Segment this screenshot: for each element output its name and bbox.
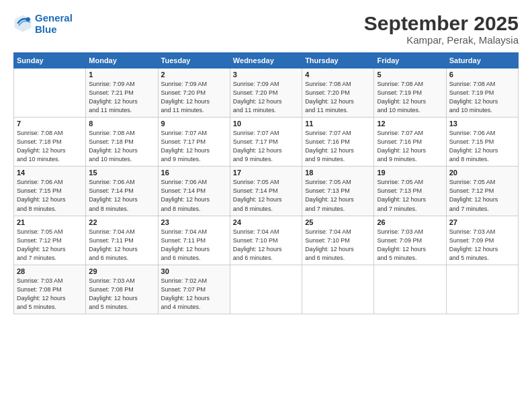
- day-number: 5: [377, 71, 443, 79]
- logo-line1: General: [35, 12, 73, 24]
- day-detail: Sunrise: 7:05 AM Sunset: 7:12 PM Dayligh…: [17, 228, 83, 263]
- day-number: 29: [89, 267, 154, 275]
- week-row-5: 28Sunrise: 7:03 AM Sunset: 7:08 PM Dayli…: [14, 265, 519, 314]
- day-detail: Sunrise: 7:09 AM Sunset: 7:20 PM Dayligh…: [161, 80, 227, 115]
- day-detail: Sunrise: 7:08 AM Sunset: 7:18 PM Dayligh…: [89, 129, 154, 164]
- calendar-cell: 15Sunrise: 7:06 AM Sunset: 7:14 PM Dayli…: [86, 167, 158, 216]
- day-number: 2: [161, 71, 227, 79]
- calendar-cell: 18Sunrise: 7:05 AM Sunset: 7:13 PM Dayli…: [302, 167, 374, 216]
- calendar-cell: 30Sunrise: 7:02 AM Sunset: 7:07 PM Dayli…: [158, 265, 230, 314]
- weekday-header-tuesday: Tuesday: [158, 53, 230, 68]
- day-detail: Sunrise: 7:09 AM Sunset: 7:21 PM Dayligh…: [89, 80, 154, 115]
- day-number: 8: [89, 120, 154, 128]
- calendar-cell: 22Sunrise: 7:04 AM Sunset: 7:11 PM Dayli…: [86, 216, 158, 265]
- day-number: 15: [89, 169, 154, 177]
- day-detail: Sunrise: 7:05 AM Sunset: 7:14 PM Dayligh…: [233, 178, 299, 213]
- calendar-cell: 9Sunrise: 7:07 AM Sunset: 7:17 PM Daylig…: [158, 118, 230, 167]
- calendar-cell: 28Sunrise: 7:03 AM Sunset: 7:08 PM Dayli…: [14, 265, 86, 314]
- day-number: 7: [17, 120, 83, 128]
- day-detail: Sunrise: 7:06 AM Sunset: 7:14 PM Dayligh…: [89, 178, 154, 213]
- calendar-cell: 2Sunrise: 7:09 AM Sunset: 7:20 PM Daylig…: [158, 68, 230, 118]
- calendar-cell: 13Sunrise: 7:06 AM Sunset: 7:15 PM Dayli…: [446, 118, 518, 167]
- calendar-cell: 17Sunrise: 7:05 AM Sunset: 7:14 PM Dayli…: [230, 167, 302, 216]
- weekday-header-wednesday: Wednesday: [230, 53, 302, 68]
- day-number: 14: [17, 169, 83, 177]
- calendar-cell: [374, 265, 446, 314]
- day-detail: Sunrise: 7:07 AM Sunset: 7:16 PM Dayligh…: [305, 129, 371, 164]
- calendar-cell: 5Sunrise: 7:08 AM Sunset: 7:19 PM Daylig…: [374, 68, 446, 118]
- day-number: 24: [233, 218, 299, 226]
- calendar-cell: 6Sunrise: 7:08 AM Sunset: 7:19 PM Daylig…: [446, 68, 518, 118]
- day-detail: Sunrise: 7:05 AM Sunset: 7:13 PM Dayligh…: [305, 178, 371, 213]
- page: General Blue September 2025 Kampar, Pera…: [0, 0, 532, 411]
- day-detail: Sunrise: 7:03 AM Sunset: 7:09 PM Dayligh…: [377, 228, 443, 263]
- calendar-cell: 4Sunrise: 7:08 AM Sunset: 7:20 PM Daylig…: [302, 68, 374, 118]
- day-number: 17: [233, 169, 299, 177]
- weekday-header-saturday: Saturday: [446, 53, 518, 68]
- day-number: 27: [449, 218, 515, 226]
- day-number: 3: [233, 71, 299, 79]
- day-detail: Sunrise: 7:02 AM Sunset: 7:07 PM Dayligh…: [161, 277, 227, 312]
- week-row-3: 14Sunrise: 7:06 AM Sunset: 7:15 PM Dayli…: [14, 167, 519, 216]
- day-number: 18: [305, 169, 371, 177]
- day-detail: Sunrise: 7:07 AM Sunset: 7:16 PM Dayligh…: [377, 129, 443, 164]
- calendar-cell: 27Sunrise: 7:03 AM Sunset: 7:09 PM Dayli…: [446, 216, 518, 265]
- day-number: 21: [17, 218, 83, 226]
- weekday-header-thursday: Thursday: [302, 53, 374, 68]
- calendar-cell: [446, 265, 518, 314]
- calendar-cell: [230, 265, 302, 314]
- day-number: 6: [449, 71, 515, 79]
- day-detail: Sunrise: 7:05 AM Sunset: 7:12 PM Dayligh…: [449, 178, 515, 213]
- calendar-cell: [14, 68, 86, 118]
- calendar-cell: 1Sunrise: 7:09 AM Sunset: 7:21 PM Daylig…: [86, 68, 158, 118]
- day-number: 13: [449, 120, 515, 128]
- day-number: 9: [161, 120, 227, 128]
- day-detail: Sunrise: 7:03 AM Sunset: 7:09 PM Dayligh…: [449, 228, 515, 263]
- day-detail: Sunrise: 7:06 AM Sunset: 7:14 PM Dayligh…: [161, 178, 227, 213]
- calendar-cell: 12Sunrise: 7:07 AM Sunset: 7:16 PM Dayli…: [374, 118, 446, 167]
- calendar-cell: [302, 265, 374, 314]
- day-number: 26: [377, 218, 443, 226]
- day-detail: Sunrise: 7:08 AM Sunset: 7:19 PM Dayligh…: [377, 80, 443, 115]
- day-number: 25: [305, 218, 371, 226]
- main-title: September 2025: [364, 12, 519, 34]
- logo-icon: [13, 14, 32, 33]
- week-row-4: 21Sunrise: 7:05 AM Sunset: 7:12 PM Dayli…: [14, 216, 519, 265]
- day-detail: Sunrise: 7:09 AM Sunset: 7:20 PM Dayligh…: [233, 80, 299, 115]
- subtitle: Kampar, Perak, Malaysia: [364, 34, 519, 46]
- day-number: 10: [233, 120, 299, 128]
- day-detail: Sunrise: 7:05 AM Sunset: 7:13 PM Dayligh…: [377, 178, 443, 213]
- calendar-cell: 19Sunrise: 7:05 AM Sunset: 7:13 PM Dayli…: [374, 167, 446, 216]
- calendar-cell: 26Sunrise: 7:03 AM Sunset: 7:09 PM Dayli…: [374, 216, 446, 265]
- logo-line2: Blue: [35, 24, 57, 35]
- title-block: September 2025 Kampar, Perak, Malaysia: [364, 12, 519, 46]
- day-detail: Sunrise: 7:03 AM Sunset: 7:08 PM Dayligh…: [89, 277, 154, 312]
- weekday-header-row: SundayMondayTuesdayWednesdayThursdayFrid…: [14, 53, 519, 68]
- day-detail: Sunrise: 7:07 AM Sunset: 7:17 PM Dayligh…: [233, 129, 299, 164]
- day-number: 22: [89, 218, 154, 226]
- day-detail: Sunrise: 7:07 AM Sunset: 7:17 PM Dayligh…: [161, 129, 227, 164]
- calendar-cell: 25Sunrise: 7:04 AM Sunset: 7:10 PM Dayli…: [302, 216, 374, 265]
- day-detail: Sunrise: 7:08 AM Sunset: 7:20 PM Dayligh…: [305, 80, 371, 115]
- day-number: 1: [89, 71, 154, 79]
- day-number: 28: [17, 267, 83, 275]
- calendar-cell: 29Sunrise: 7:03 AM Sunset: 7:08 PM Dayli…: [86, 265, 158, 314]
- weekday-header-sunday: Sunday: [14, 53, 86, 68]
- day-detail: Sunrise: 7:06 AM Sunset: 7:15 PM Dayligh…: [17, 178, 83, 213]
- day-detail: Sunrise: 7:08 AM Sunset: 7:18 PM Dayligh…: [17, 129, 83, 164]
- weekday-header-monday: Monday: [86, 53, 158, 68]
- day-detail: Sunrise: 7:04 AM Sunset: 7:11 PM Dayligh…: [89, 228, 154, 263]
- day-number: 23: [161, 218, 227, 226]
- calendar-cell: 21Sunrise: 7:05 AM Sunset: 7:12 PM Dayli…: [14, 216, 86, 265]
- day-number: 16: [161, 169, 227, 177]
- calendar-cell: 14Sunrise: 7:06 AM Sunset: 7:15 PM Dayli…: [14, 167, 86, 216]
- week-row-1: 1Sunrise: 7:09 AM Sunset: 7:21 PM Daylig…: [14, 68, 519, 118]
- day-detail: Sunrise: 7:04 AM Sunset: 7:11 PM Dayligh…: [161, 228, 227, 263]
- day-detail: Sunrise: 7:04 AM Sunset: 7:10 PM Dayligh…: [305, 228, 371, 263]
- logo-text: General Blue: [35, 12, 73, 36]
- day-number: 20: [449, 169, 515, 177]
- day-number: 4: [305, 71, 371, 79]
- calendar-table: SundayMondayTuesdayWednesdayThursdayFrid…: [13, 52, 519, 314]
- calendar-cell: 8Sunrise: 7:08 AM Sunset: 7:18 PM Daylig…: [86, 118, 158, 167]
- calendar-cell: 16Sunrise: 7:06 AM Sunset: 7:14 PM Dayli…: [158, 167, 230, 216]
